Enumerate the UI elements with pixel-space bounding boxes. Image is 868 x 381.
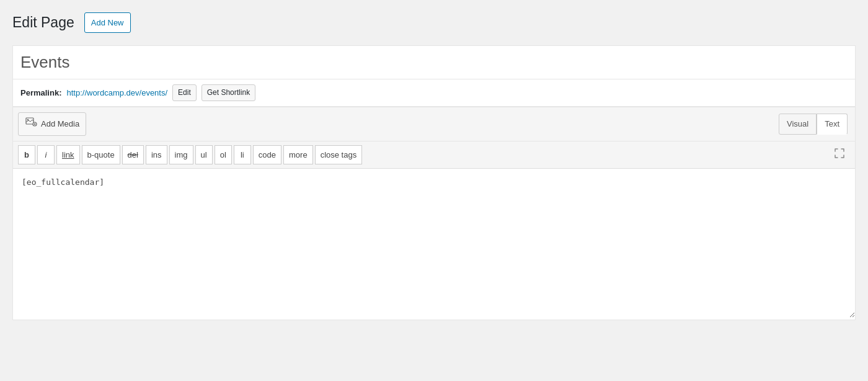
tab-visual[interactable]: Visual xyxy=(779,114,817,134)
li-btn[interactable]: li xyxy=(234,145,251,164)
view-tabs: Visual Text xyxy=(779,114,848,134)
add-new-button[interactable]: Add New xyxy=(84,12,131,33)
tab-text[interactable]: Text xyxy=(817,114,848,134)
edit-area: Permalink: http://wordcamp.dev/events/ E… xyxy=(12,45,856,320)
img-btn[interactable]: img xyxy=(169,145,193,164)
page-title: Edit Page xyxy=(12,14,74,32)
link-btn[interactable]: link xyxy=(56,145,80,164)
del-btn[interactable]: del xyxy=(122,145,144,164)
content-editor[interactable]: [eo_fullcalendar] xyxy=(13,169,855,318)
permalink-edit-button[interactable]: Edit xyxy=(172,84,197,102)
editor-wrap: Add Media Visual Text b i link b-quote d… xyxy=(13,107,855,320)
bold-btn[interactable]: b xyxy=(18,145,35,164)
fullscreen-button[interactable] xyxy=(829,145,850,164)
permalink-link[interactable]: http://wordcamp.dev/events/ xyxy=(66,88,167,97)
toolbar-right xyxy=(829,145,850,164)
close-tags-btn[interactable]: close tags xyxy=(315,145,363,164)
page-title-input[interactable] xyxy=(13,46,855,79)
code-btn[interactable]: code xyxy=(253,145,281,164)
permalink-shortlink-button[interactable]: Get Shortlink xyxy=(202,84,255,102)
add-media-button[interactable]: Add Media xyxy=(18,112,86,135)
italic-btn[interactable]: i xyxy=(37,145,55,164)
permalink-bar: Permalink: http://wordcamp.dev/events/ E… xyxy=(13,79,855,107)
add-media-icon xyxy=(25,115,37,132)
permalink-label: Permalink: xyxy=(20,88,61,97)
ol-btn[interactable]: ol xyxy=(215,145,232,164)
editor-top-bar: Add Media Visual Text xyxy=(13,107,855,141)
ins-btn[interactable]: ins xyxy=(146,145,167,164)
add-media-label: Add Media xyxy=(41,117,79,131)
fullscreen-icon xyxy=(834,150,845,161)
more-btn[interactable]: more xyxy=(283,145,313,164)
ul-btn[interactable]: ul xyxy=(195,145,213,164)
page-header: Edit Page Add New xyxy=(12,12,856,33)
format-toolbar: b i link b-quote del ins img ul ol li co… xyxy=(13,141,855,169)
bquote-btn[interactable]: b-quote xyxy=(82,145,120,164)
